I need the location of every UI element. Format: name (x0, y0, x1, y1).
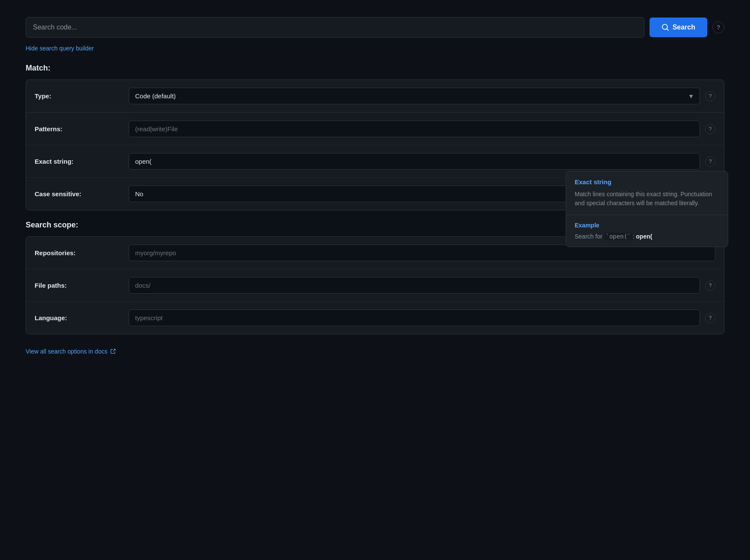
exact-string-label: Exact string: (35, 158, 129, 165)
tooltip-title: Exact string (575, 178, 719, 186)
type-select[interactable]: Code (default) Commits Issues Repositori… (129, 88, 700, 104)
type-help-icon-label: ? (709, 93, 712, 99)
search-bar-row: Search ? (26, 17, 724, 38)
search-input-wrapper (26, 17, 644, 38)
view-docs-link[interactable]: View all search options in docs (26, 348, 116, 355)
global-help-icon-label: ? (717, 24, 720, 31)
search-button-label: Search (673, 24, 695, 31)
type-label: Type: (35, 92, 129, 100)
language-help-icon-label: ? (709, 315, 712, 321)
exact-string-input[interactable] (129, 153, 700, 170)
match-section-title: Match: (26, 64, 724, 73)
external-link-icon (110, 348, 116, 354)
language-label: Language: (35, 314, 129, 321)
match-card: Type: Code (default) Commits Issues Repo… (26, 80, 724, 210)
file-paths-input[interactable] (129, 277, 700, 294)
tooltip-description: Match lines containing this exact string… (575, 190, 719, 208)
file-paths-help-icon[interactable]: ? (705, 280, 715, 291)
language-input[interactable] (129, 309, 700, 326)
file-paths-row: File paths: ? (26, 269, 724, 302)
patterns-row: Patterns: ? (26, 113, 724, 145)
file-paths-label: File paths: (35, 282, 129, 289)
language-help-icon[interactable]: ? (705, 313, 715, 323)
tooltip-bottom: Example Search for `open(`: open( (566, 215, 728, 247)
global-help-icon[interactable]: ? (712, 21, 724, 33)
type-dropdown-wrapper: Code (default) Commits Issues Repositori… (129, 88, 700, 104)
type-help-icon[interactable]: ? (705, 91, 715, 101)
search-input[interactable] (26, 17, 644, 38)
search-icon (661, 24, 669, 31)
hide-builder-label: Hide search query builder (26, 45, 94, 52)
exact-string-row: Exact string: ? Exact string Match lines… (26, 145, 724, 178)
hide-builder-link[interactable]: Hide search query builder (26, 45, 94, 52)
language-row: Language: ? (26, 302, 724, 334)
tooltip-example-text: Search for `open(`: open( (575, 233, 719, 240)
exact-string-help-icon[interactable]: ? (705, 156, 715, 167)
search-button[interactable]: Search (650, 18, 707, 37)
patterns-input[interactable] (129, 121, 700, 137)
search-scope-card: Repositories: File paths: ? Language: ? (26, 236, 724, 334)
type-row: Type: Code (default) Commits Issues Repo… (26, 80, 724, 112)
exact-string-tooltip: Exact string Match lines containing this… (566, 171, 728, 247)
repositories-label: Repositories: (35, 249, 129, 256)
patterns-label: Patterns: (35, 125, 129, 133)
footer: View all search options in docs (26, 345, 724, 355)
patterns-help-icon-label: ? (709, 126, 712, 132)
view-docs-label: View all search options in docs (26, 348, 107, 355)
case-sensitive-label: Case sensitive: (35, 190, 129, 197)
tooltip-example-label: Example (575, 222, 719, 229)
tooltip-top: Exact string Match lines containing this… (566, 171, 728, 215)
file-paths-help-icon-label: ? (709, 283, 712, 289)
exact-string-help-icon-label: ? (709, 159, 712, 165)
patterns-help-icon[interactable]: ? (705, 124, 715, 134)
